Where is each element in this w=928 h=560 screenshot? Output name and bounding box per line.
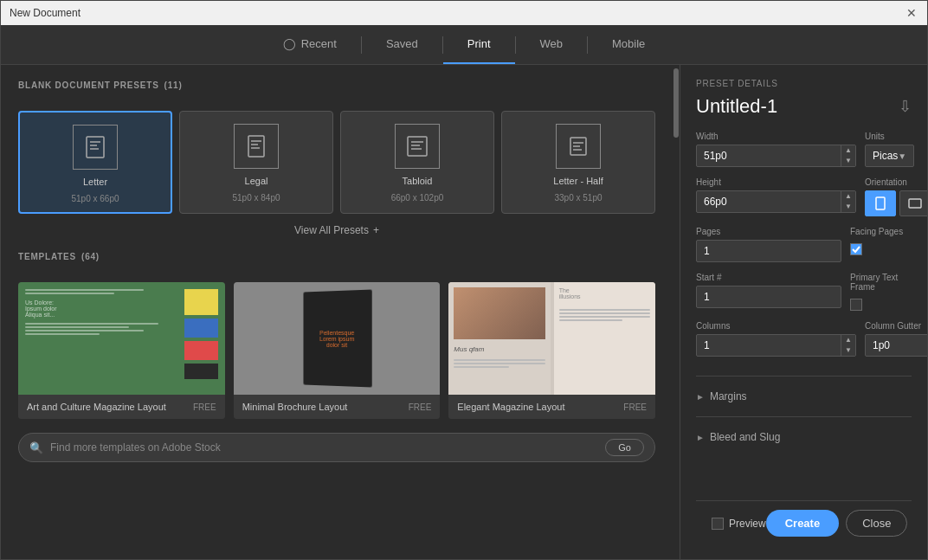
scrollbar-track[interactable]: [673, 65, 680, 559]
close-window-button[interactable]: ✕: [905, 6, 918, 20]
main-content: BLANK DOCUMENT PRESETS (11) Letter 51p0 …: [1, 65, 927, 559]
units-label: Units: [865, 132, 914, 141]
stock-search-input[interactable]: [50, 441, 598, 454]
width-label: Width: [696, 132, 856, 141]
tab-web[interactable]: Web: [516, 25, 588, 64]
view-all-presets-button[interactable]: View All Presets +: [18, 224, 655, 236]
width-input-wrap: ▲ ▼: [696, 145, 856, 167]
pages-label: Pages: [696, 227, 841, 236]
orientation-landscape-button[interactable]: [899, 190, 927, 216]
stock-search-bar[interactable]: 🔍 Go: [18, 433, 655, 462]
stock-search-go-button[interactable]: Go: [605, 439, 644, 456]
pages-input[interactable]: [697, 241, 841, 261]
start-primary-row: Start # Primary Text Frame: [696, 273, 912, 311]
preset-legal-icon: [234, 124, 279, 169]
templates-count: (64): [81, 252, 100, 261]
pages-facing-row: Pages Facing Pages: [696, 227, 912, 262]
preset-letter[interactable]: Letter 51p0 x 66p0: [18, 111, 172, 214]
portrait-icon: [873, 196, 887, 210]
blank-presets-label: BLANK DOCUMENT PRESETS: [18, 80, 159, 90]
preset-tabloid[interactable]: Tabloid 66p0 x 102p0: [340, 111, 494, 214]
template-minimal-brochure-thumb: PellentesqueLorem ipsumdolor sit: [234, 282, 441, 395]
tab-mobile-label: Mobile: [612, 37, 645, 50]
chevron-down-icon: ▼: [898, 151, 906, 161]
template-minimal-brochure-name: Minimal Brochure Layout: [242, 402, 348, 412]
landscape-icon: [908, 196, 922, 210]
columns-decrement-button[interactable]: ▼: [841, 345, 855, 356]
template-elegant-magazine-thumb: Mus qfam Theillusions: [448, 282, 655, 395]
bleed-slug-collapsible[interactable]: ► Bleed and Slug: [696, 426, 912, 448]
preset-legal-name: Legal: [245, 176, 268, 186]
width-decrement-button[interactable]: ▼: [841, 156, 855, 166]
templates-label: TEMPLATES: [18, 252, 76, 261]
primary-text-checkbox-row: [850, 299, 912, 311]
start-input[interactable]: [697, 286, 841, 307]
tab-print[interactable]: Print: [443, 25, 515, 64]
facing-pages-checkbox[interactable]: [850, 243, 862, 255]
create-button[interactable]: Create: [766, 510, 839, 537]
primary-text-checkbox[interactable]: [850, 299, 862, 311]
template-minimal-brochure[interactable]: PellentesqueLorem ipsumdolor sit Minimal…: [234, 282, 441, 419]
preview-label: Preview: [729, 518, 766, 530]
template-art-culture-thumb: Us Dolore:Ipsum dolorAliqua sit...: [18, 282, 225, 395]
doc-title: Untitled-1: [696, 95, 777, 118]
template-elegant-magazine-footer: Elegant Magazine Layout FREE: [448, 395, 655, 419]
window-title: New Document: [10, 7, 81, 19]
titlebar: New Document ✕: [1, 1, 927, 25]
template-art-culture-name: Art and Culture Magazine Layout: [27, 402, 166, 412]
margins-collapsible[interactable]: ► Margins: [696, 385, 912, 408]
pages-group: Pages: [696, 227, 841, 262]
start-input-wrap: [696, 286, 841, 308]
height-input[interactable]: [697, 191, 841, 212]
preset-tabloid-size: 66p0 x 102p0: [391, 193, 444, 203]
orientation-row: [865, 190, 927, 216]
bottom-bar: Preview Create Close: [696, 500, 912, 545]
units-select[interactable]: Picas ▼: [865, 145, 914, 167]
preset-letter-half[interactable]: Letter - Half 33p0 x 51p0: [501, 111, 655, 214]
svg-rect-4: [876, 197, 885, 209]
start-label: Start #: [696, 273, 841, 282]
clock-icon: ◯: [283, 37, 296, 50]
column-gutter-input[interactable]: [866, 335, 927, 356]
preview-checkbox[interactable]: [712, 518, 724, 530]
presets-grid: Letter 51p0 x 66p0 Legal 51p0 x 84p0: [18, 111, 655, 214]
svg-rect-0: [87, 137, 104, 158]
tab-recent[interactable]: ◯ Recent: [259, 25, 361, 64]
tab-saved[interactable]: Saved: [362, 25, 442, 64]
blank-presets-count: (11): [164, 80, 183, 90]
columns-increment-button[interactable]: ▲: [841, 335, 855, 345]
close-dialog-button[interactable]: Close: [846, 510, 907, 537]
view-all-label: View All Presets: [294, 224, 369, 236]
template-elegant-magazine[interactable]: Mus qfam Theillusions: [448, 282, 655, 419]
chevron-right-icon: ►: [696, 392, 705, 402]
height-increment-button[interactable]: ▲: [841, 191, 855, 202]
save-preset-icon[interactable]: ⇩: [899, 97, 912, 116]
tab-mobile[interactable]: Mobile: [588, 25, 669, 64]
columns-input[interactable]: [697, 335, 841, 356]
height-decrement-button[interactable]: ▼: [841, 202, 855, 212]
orientation-label: Orientation: [865, 177, 927, 187]
orientation-portrait-button[interactable]: [865, 190, 896, 216]
template-art-culture[interactable]: Us Dolore:Ipsum dolorAliqua sit...: [18, 282, 225, 419]
preset-details-label: PRESET DETAILS: [696, 79, 912, 88]
svg-rect-5: [909, 199, 921, 208]
columns-input-wrap: ▲ ▼: [696, 334, 856, 357]
svg-rect-2: [408, 137, 427, 156]
tab-recent-label: Recent: [301, 37, 337, 50]
preset-letter-icon: [73, 125, 118, 170]
preset-letter-size: 51p0 x 66p0: [71, 194, 119, 203]
primary-text-group: Primary Text Frame: [850, 273, 912, 311]
width-input[interactable]: [697, 145, 841, 166]
chevron-right-icon-2: ►: [696, 433, 705, 442]
height-label: Height: [696, 177, 856, 187]
columns-group: Columns ▲ ▼: [696, 321, 856, 357]
section-divider-2: [696, 416, 912, 417]
pages-input-wrap: [696, 240, 841, 262]
preset-letter-half-size: 33p0 x 51p0: [554, 193, 602, 203]
preset-legal[interactable]: Legal 51p0 x 84p0: [179, 111, 333, 214]
main-window: New Document ✕ ◯ Recent Saved Print Web …: [0, 0, 928, 560]
scrollbar-thumb[interactable]: [673, 68, 679, 138]
width-increment-button[interactable]: ▲: [841, 145, 855, 156]
checkmark-icon: [852, 245, 860, 254]
template-elegant-magazine-name: Elegant Magazine Layout: [457, 402, 564, 412]
